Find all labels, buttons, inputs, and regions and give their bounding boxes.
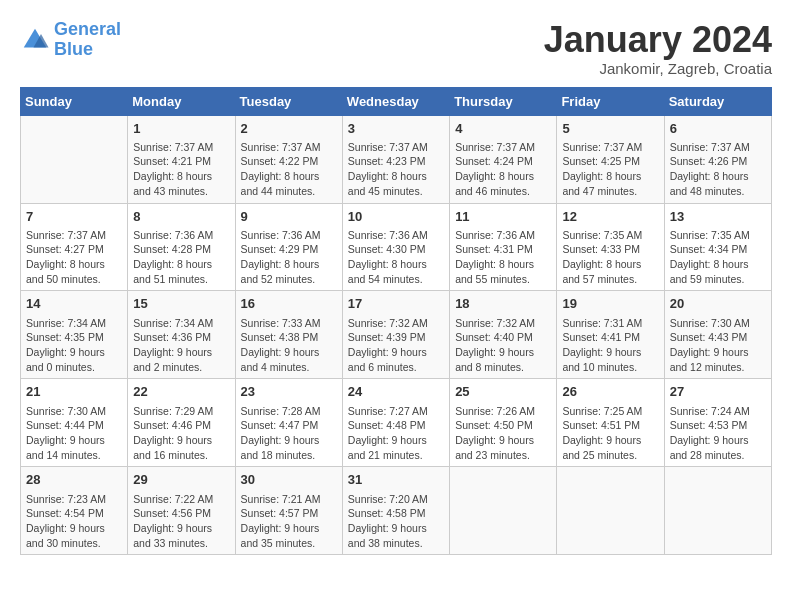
day-number: 24 <box>348 383 444 401</box>
cell-content: Sunrise: 7:22 AMSunset: 4:56 PMDaylight:… <box>133 492 229 551</box>
col-header-friday: Friday <box>557 87 664 115</box>
day-number: 25 <box>455 383 551 401</box>
day-number: 2 <box>241 120 337 138</box>
cell-0-3: 3Sunrise: 7:37 AMSunset: 4:23 PMDaylight… <box>342 115 449 203</box>
cell-3-3: 24Sunrise: 7:27 AMSunset: 4:48 PMDayligh… <box>342 379 449 467</box>
cell-4-3: 31Sunrise: 7:20 AMSunset: 4:58 PMDayligh… <box>342 467 449 555</box>
cell-content: Sunrise: 7:27 AMSunset: 4:48 PMDaylight:… <box>348 404 444 463</box>
col-header-monday: Monday <box>128 87 235 115</box>
day-number: 11 <box>455 208 551 226</box>
logo-text: General Blue <box>54 20 121 60</box>
col-header-sunday: Sunday <box>21 87 128 115</box>
calendar-table: SundayMondayTuesdayWednesdayThursdayFrid… <box>20 87 772 556</box>
cell-content: Sunrise: 7:36 AMSunset: 4:30 PMDaylight:… <box>348 228 444 287</box>
week-row-1: 7Sunrise: 7:37 AMSunset: 4:27 PMDaylight… <box>21 203 772 291</box>
cell-content: Sunrise: 7:36 AMSunset: 4:29 PMDaylight:… <box>241 228 337 287</box>
cell-1-5: 12Sunrise: 7:35 AMSunset: 4:33 PMDayligh… <box>557 203 664 291</box>
cell-3-5: 26Sunrise: 7:25 AMSunset: 4:51 PMDayligh… <box>557 379 664 467</box>
cell-content: Sunrise: 7:26 AMSunset: 4:50 PMDaylight:… <box>455 404 551 463</box>
cell-4-4 <box>450 467 557 555</box>
cell-content: Sunrise: 7:37 AMSunset: 4:26 PMDaylight:… <box>670 140 766 199</box>
col-header-tuesday: Tuesday <box>235 87 342 115</box>
cell-2-2: 16Sunrise: 7:33 AMSunset: 4:38 PMDayligh… <box>235 291 342 379</box>
cell-content: Sunrise: 7:37 AMSunset: 4:22 PMDaylight:… <box>241 140 337 199</box>
day-number: 4 <box>455 120 551 138</box>
cell-content: Sunrise: 7:37 AMSunset: 4:21 PMDaylight:… <box>133 140 229 199</box>
cell-content: Sunrise: 7:24 AMSunset: 4:53 PMDaylight:… <box>670 404 766 463</box>
header-row: SundayMondayTuesdayWednesdayThursdayFrid… <box>21 87 772 115</box>
cell-content: Sunrise: 7:37 AMSunset: 4:25 PMDaylight:… <box>562 140 658 199</box>
cell-content: Sunrise: 7:35 AMSunset: 4:34 PMDaylight:… <box>670 228 766 287</box>
title-block: January 2024 Jankomir, Zagreb, Croatia <box>544 20 772 77</box>
month-title: January 2024 <box>544 20 772 60</box>
logo: General Blue <box>20 20 121 60</box>
day-number: 26 <box>562 383 658 401</box>
cell-content: Sunrise: 7:36 AMSunset: 4:31 PMDaylight:… <box>455 228 551 287</box>
cell-2-1: 15Sunrise: 7:34 AMSunset: 4:36 PMDayligh… <box>128 291 235 379</box>
day-number: 28 <box>26 471 122 489</box>
day-number: 23 <box>241 383 337 401</box>
cell-0-1: 1Sunrise: 7:37 AMSunset: 4:21 PMDaylight… <box>128 115 235 203</box>
cell-content: Sunrise: 7:29 AMSunset: 4:46 PMDaylight:… <box>133 404 229 463</box>
cell-0-4: 4Sunrise: 7:37 AMSunset: 4:24 PMDaylight… <box>450 115 557 203</box>
cell-content: Sunrise: 7:30 AMSunset: 4:44 PMDaylight:… <box>26 404 122 463</box>
cell-0-2: 2Sunrise: 7:37 AMSunset: 4:22 PMDaylight… <box>235 115 342 203</box>
week-row-3: 21Sunrise: 7:30 AMSunset: 4:44 PMDayligh… <box>21 379 772 467</box>
day-number: 1 <box>133 120 229 138</box>
cell-1-3: 10Sunrise: 7:36 AMSunset: 4:30 PMDayligh… <box>342 203 449 291</box>
day-number: 19 <box>562 295 658 313</box>
cell-4-2: 30Sunrise: 7:21 AMSunset: 4:57 PMDayligh… <box>235 467 342 555</box>
day-number: 20 <box>670 295 766 313</box>
logo-line1: General <box>54 19 121 39</box>
cell-0-5: 5Sunrise: 7:37 AMSunset: 4:25 PMDaylight… <box>557 115 664 203</box>
cell-4-0: 28Sunrise: 7:23 AMSunset: 4:54 PMDayligh… <box>21 467 128 555</box>
cell-content: Sunrise: 7:21 AMSunset: 4:57 PMDaylight:… <box>241 492 337 551</box>
day-number: 6 <box>670 120 766 138</box>
day-number: 7 <box>26 208 122 226</box>
day-number: 30 <box>241 471 337 489</box>
week-row-2: 14Sunrise: 7:34 AMSunset: 4:35 PMDayligh… <box>21 291 772 379</box>
cell-content: Sunrise: 7:37 AMSunset: 4:27 PMDaylight:… <box>26 228 122 287</box>
location: Jankomir, Zagreb, Croatia <box>544 60 772 77</box>
day-number: 8 <box>133 208 229 226</box>
day-number: 22 <box>133 383 229 401</box>
day-number: 16 <box>241 295 337 313</box>
cell-content: Sunrise: 7:28 AMSunset: 4:47 PMDaylight:… <box>241 404 337 463</box>
day-number: 27 <box>670 383 766 401</box>
week-row-4: 28Sunrise: 7:23 AMSunset: 4:54 PMDayligh… <box>21 467 772 555</box>
cell-3-6: 27Sunrise: 7:24 AMSunset: 4:53 PMDayligh… <box>664 379 771 467</box>
col-header-saturday: Saturday <box>664 87 771 115</box>
cell-2-0: 14Sunrise: 7:34 AMSunset: 4:35 PMDayligh… <box>21 291 128 379</box>
cell-4-1: 29Sunrise: 7:22 AMSunset: 4:56 PMDayligh… <box>128 467 235 555</box>
cell-4-6 <box>664 467 771 555</box>
cell-4-5 <box>557 467 664 555</box>
day-number: 18 <box>455 295 551 313</box>
day-number: 14 <box>26 295 122 313</box>
cell-3-1: 22Sunrise: 7:29 AMSunset: 4:46 PMDayligh… <box>128 379 235 467</box>
logo-line2: Blue <box>54 39 93 59</box>
day-number: 12 <box>562 208 658 226</box>
cell-3-4: 25Sunrise: 7:26 AMSunset: 4:50 PMDayligh… <box>450 379 557 467</box>
cell-0-6: 6Sunrise: 7:37 AMSunset: 4:26 PMDaylight… <box>664 115 771 203</box>
day-number: 5 <box>562 120 658 138</box>
cell-content: Sunrise: 7:36 AMSunset: 4:28 PMDaylight:… <box>133 228 229 287</box>
cell-content: Sunrise: 7:34 AMSunset: 4:36 PMDaylight:… <box>133 316 229 375</box>
cell-1-4: 11Sunrise: 7:36 AMSunset: 4:31 PMDayligh… <box>450 203 557 291</box>
cell-content: Sunrise: 7:20 AMSunset: 4:58 PMDaylight:… <box>348 492 444 551</box>
page-header: General Blue January 2024 Jankomir, Zagr… <box>20 20 772 77</box>
col-header-thursday: Thursday <box>450 87 557 115</box>
day-number: 31 <box>348 471 444 489</box>
cell-3-0: 21Sunrise: 7:30 AMSunset: 4:44 PMDayligh… <box>21 379 128 467</box>
cell-2-4: 18Sunrise: 7:32 AMSunset: 4:40 PMDayligh… <box>450 291 557 379</box>
cell-content: Sunrise: 7:30 AMSunset: 4:43 PMDaylight:… <box>670 316 766 375</box>
cell-content: Sunrise: 7:23 AMSunset: 4:54 PMDaylight:… <box>26 492 122 551</box>
day-number: 9 <box>241 208 337 226</box>
day-number: 29 <box>133 471 229 489</box>
day-number: 10 <box>348 208 444 226</box>
cell-1-2: 9Sunrise: 7:36 AMSunset: 4:29 PMDaylight… <box>235 203 342 291</box>
cell-content: Sunrise: 7:25 AMSunset: 4:51 PMDaylight:… <box>562 404 658 463</box>
cell-1-6: 13Sunrise: 7:35 AMSunset: 4:34 PMDayligh… <box>664 203 771 291</box>
day-number: 13 <box>670 208 766 226</box>
cell-2-6: 20Sunrise: 7:30 AMSunset: 4:43 PMDayligh… <box>664 291 771 379</box>
logo-icon <box>20 25 50 55</box>
